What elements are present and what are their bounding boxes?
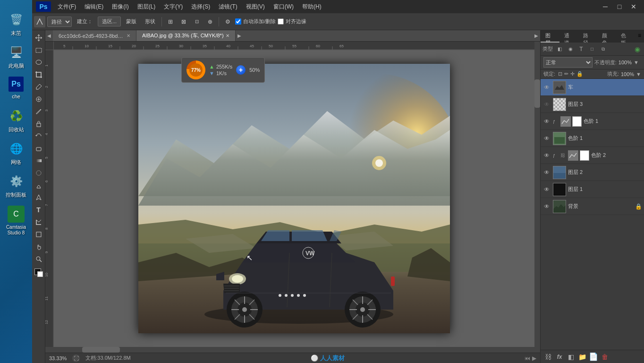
add-mask-btn[interactable]: ◧ [566, 352, 576, 362]
lock-paint-icon[interactable]: ✏ [564, 71, 568, 77]
tab-swatches[interactable]: 色板 [616, 30, 635, 43]
stamp-tool[interactable] [33, 118, 44, 130]
lock-move-icon[interactable]: ✛ [570, 71, 575, 77]
blend-mode-select[interactable]: 正常 [543, 57, 593, 68]
zoom-tool[interactable] [33, 253, 44, 265]
timeline-prev[interactable]: ⏮ [525, 355, 530, 362]
menu-edit[interactable]: 编辑(E) [81, 2, 107, 12]
layer-levels2-eye[interactable]: 👁 [542, 151, 551, 160]
doc-tab-1-close[interactable]: ✕ [127, 33, 130, 38]
move-tool[interactable] [33, 32, 44, 43]
doc-tab-2[interactable]: AIBAO.jpg @ 33.3% (车, CMYK/8*) ✕ [136, 30, 236, 41]
layer-bg[interactable]: 👁 背景 🔒 [541, 198, 644, 215]
layer-levels2[interactable]: 👁 ƒ ⛓ 色阶 2 [541, 147, 644, 164]
tabs-scroll-left[interactable]: ◀ [45, 30, 53, 42]
filter-type-icon[interactable]: T [576, 44, 586, 54]
auto-add-checkbox[interactable] [235, 18, 241, 25]
lock-transparent-icon[interactable]: ⊡ [558, 71, 562, 77]
history-brush[interactable] [33, 130, 44, 142]
add-btn[interactable]: + [236, 65, 246, 75]
new-layer-btn[interactable]: 📄 [589, 352, 598, 362]
menu-help[interactable]: 帮助(H) [298, 2, 325, 12]
desktop-icon-network[interactable]: 🌐 网络 [2, 138, 30, 167]
settings-icon[interactable]: ⚙ [222, 16, 233, 27]
fg-bg-colors[interactable] [34, 268, 44, 278]
layer-bg-eye[interactable]: 👁 [542, 202, 551, 211]
pen-tool-btn[interactable] [34, 16, 45, 27]
vertical-scrollbar[interactable] [534, 42, 540, 347]
minimize-button[interactable]: ─ [599, 2, 612, 11]
hand-tool[interactable] [33, 241, 44, 252]
timeline-play[interactable]: ▶ [532, 355, 536, 362]
tab-paths[interactable]: 路径 [578, 30, 597, 43]
tab-color[interactable]: 颜色 [597, 30, 616, 43]
layer-levels1-masked[interactable]: 👁 ƒ 色阶 1 [541, 113, 644, 130]
pen-tool[interactable] [33, 192, 44, 203]
filter-smart-icon[interactable]: ⧉ [598, 44, 608, 54]
filter-toggle[interactable]: ◉ [633, 44, 642, 54]
tab-layers[interactable]: 图层 [541, 30, 559, 43]
filter-adjust-icon[interactable]: ◉ [566, 44, 575, 54]
crop-tool[interactable] [33, 69, 44, 80]
link-layers-btn[interactable]: ⛓ [543, 352, 553, 362]
doc-tab-1[interactable]: 6cc10dc6-e2d5-4923-8bd1-2cd692ff8936.jp.… [53, 30, 136, 41]
desktop-icon-computer[interactable]: 🖥️ 此电脑 [2, 42, 30, 71]
desktop-icon-trash[interactable]: 🗑️ 末茁 [2, 9, 30, 38]
desktop-icon-psd[interactable]: Ps che [2, 75, 30, 102]
menu-filter[interactable]: 滤镜(T) [215, 2, 241, 12]
lasso-tool[interactable] [33, 57, 44, 68]
menu-text[interactable]: 文字(Y) [160, 2, 186, 12]
layer-levels1m-eye[interactable]: 👁 [542, 117, 551, 126]
blur-tool[interactable] [33, 167, 44, 179]
layer-3-eye[interactable]: 👁 [542, 100, 551, 109]
status-icon[interactable]: ⛶ [72, 354, 80, 362]
desktop-icon-recycle[interactable]: ♻️ 回收站 [2, 106, 30, 135]
layer-car-eye[interactable]: 👁 [542, 83, 551, 92]
opacity-arrow[interactable]: ▼ [634, 59, 641, 66]
shape-tool[interactable] [33, 229, 44, 240]
dodge-tool[interactable] [33, 180, 44, 191]
close-button[interactable]: ✕ [627, 2, 640, 11]
layer-car[interactable]: 👁 车 [541, 79, 644, 96]
menu-view[interactable]: 视图(V) [242, 2, 269, 12]
tab-channels[interactable]: 通道 [559, 30, 578, 43]
tool-icon-4[interactable]: ⊕ [204, 16, 216, 27]
horizontal-scrollbar[interactable] [54, 347, 534, 353]
menu-image[interactable]: 图像(I) [108, 2, 132, 12]
canvas-display-area[interactable]: VW [54, 50, 534, 347]
desktop-icon-controlpanel[interactable]: ⚙️ 控制面板 [2, 171, 30, 200]
desktop-icon-camtasia[interactable]: C CamtasiaStudio 8 [2, 204, 30, 238]
tool-icon-2[interactable]: ⊠ [178, 16, 189, 27]
brush-tool[interactable] [33, 106, 44, 117]
menu-window[interactable]: 窗口(W) [270, 2, 297, 12]
tabs-arrow-right[interactable]: ▶ [533, 30, 540, 42]
eraser-tool[interactable] [33, 143, 44, 154]
panel-menu-btn[interactable]: ≡ [635, 30, 644, 43]
layer-3[interactable]: 👁 图层 3 [541, 96, 644, 113]
lock-all-icon[interactable]: 🔒 [576, 71, 583, 77]
tabs-scroll-right[interactable]: ▶ [236, 30, 243, 42]
gradient-tool[interactable] [33, 155, 44, 166]
tool-icon-3[interactable]: ⊡ [191, 16, 203, 27]
eyedrop-tool[interactable] [33, 81, 44, 93]
doc-tab-2-close[interactable]: ✕ [226, 33, 229, 38]
mode-select[interactable]: 路径 [47, 17, 72, 27]
fill-arrow[interactable]: ▼ [636, 71, 641, 77]
layer-levels1-eye[interactable]: 👁 [542, 134, 551, 143]
filter-pixel-icon[interactable]: ◧ [555, 44, 564, 54]
tool-icon-1[interactable]: ⊞ [165, 16, 176, 27]
path-select-tool[interactable] [33, 216, 44, 228]
maximize-button[interactable]: □ [613, 2, 626, 11]
text-tool[interactable]: T [33, 204, 44, 216]
menu-select[interactable]: 选择(S) [187, 2, 214, 12]
delete-layer-btn[interactable]: 🗑 [600, 352, 610, 362]
add-group-btn[interactable]: 📁 [577, 352, 587, 362]
layer-2[interactable]: 👁 图层 2 [541, 164, 644, 181]
select-rect-tool[interactable] [33, 44, 44, 56]
heal-tool[interactable] [33, 94, 44, 105]
layer-levels1[interactable]: 👁 色阶 1 [541, 130, 644, 147]
layer-2-eye[interactable]: 👁 [542, 168, 551, 177]
layer-1-eye[interactable]: 👁 [542, 185, 551, 194]
layer-1[interactable]: 👁 图层 1 [541, 181, 644, 198]
select-btn[interactable]: 选区... [98, 17, 121, 26]
